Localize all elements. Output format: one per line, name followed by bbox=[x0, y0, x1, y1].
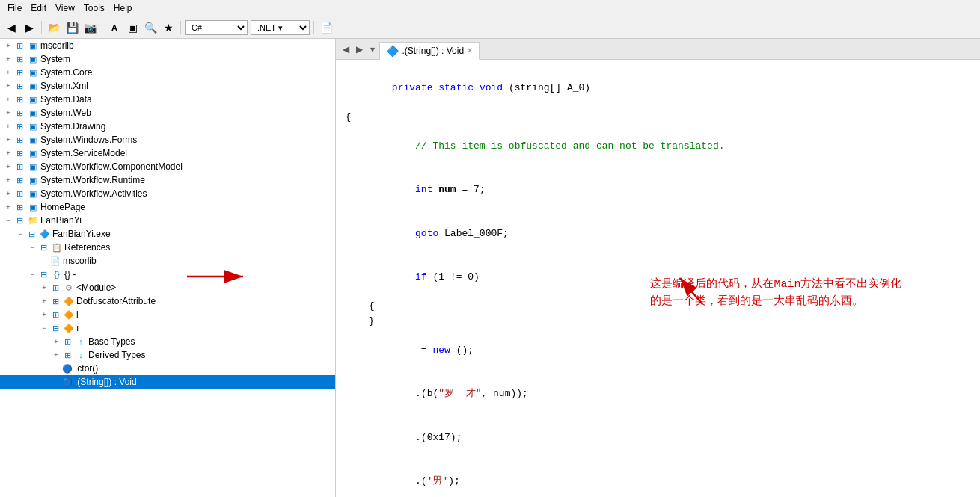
expand-exe[interactable]: − bbox=[15, 229, 25, 239]
grid-button[interactable]: ▣ bbox=[124, 19, 141, 36]
tab-back-button[interactable]: ◀ bbox=[339, 43, 352, 56]
icon-class-l: ⊞ bbox=[49, 309, 61, 321]
snapshot-button[interactable]: 📷 bbox=[82, 19, 98, 36]
info-button[interactable]: 📄 bbox=[318, 19, 334, 36]
expand-fanBianYi[interactable]: − bbox=[3, 215, 13, 226]
tree-item-module[interactable]: + ⊞ ⚙ <Module> bbox=[0, 281, 335, 294]
open-button[interactable]: 📂 bbox=[46, 19, 62, 36]
ref-icon: 📋 bbox=[51, 241, 63, 253]
expand-swr[interactable]: + bbox=[3, 175, 13, 185]
save-button[interactable]: 💾 bbox=[64, 19, 80, 36]
separator-2 bbox=[102, 21, 102, 34]
label-main-method: .(String[]) : Void bbox=[75, 377, 137, 387]
expand-ctor bbox=[51, 363, 61, 374]
tree-item-main-method[interactable]: 🔵 .(String[]) : Void bbox=[0, 375, 335, 389]
expand-ns[interactable]: − bbox=[27, 269, 37, 280]
expand-system-data[interactable]: + bbox=[3, 94, 13, 105]
expand-dotfuscator[interactable]: + bbox=[39, 296, 49, 306]
expand-system-drawing[interactable]: + bbox=[3, 121, 13, 132]
expand-class-l[interactable]: + bbox=[39, 309, 49, 320]
tree-item-system-web[interactable]: + ⊞ ▣ System.Web bbox=[0, 106, 335, 120]
tree-item-class-l[interactable]: + ⊞ 🔶 l bbox=[0, 308, 335, 321]
tree-item-derived-types[interactable]: + ⊞ ↓ Derived Types bbox=[0, 348, 335, 362]
expand-mscorlib[interactable]: + bbox=[3, 40, 13, 51]
tree-item-references[interactable]: − ⊟ 📋 References bbox=[0, 241, 335, 254]
tree-panel: + ⊞ ▣ mscorlib + ⊞ ▣ System + ⊞ ▣ System… bbox=[0, 39, 336, 497]
menu-view[interactable]: View bbox=[51, 1, 79, 15]
tree-item-exe[interactable]: − ⊟ 🔷 FanBianYi.exe bbox=[0, 227, 335, 241]
favorite-button[interactable]: ★ bbox=[160, 19, 177, 36]
expand-swa[interactable]: + bbox=[3, 188, 13, 199]
tree-item-system-workflow-runtime[interactable]: + ⊞ ▣ System.Workflow.Runtime bbox=[0, 173, 335, 187]
expand-system-winforms[interactable]: + bbox=[3, 135, 13, 145]
tree-item-dotfuscator[interactable]: + ⊞ 🔶 DotfuscatorAttribute bbox=[0, 294, 335, 308]
icon-homepage: ⊞ bbox=[13, 201, 25, 213]
tree-item-system-data[interactable]: + ⊞ ▣ System.Data bbox=[0, 93, 335, 106]
tree-item-mscorlib[interactable]: + ⊞ ▣ mscorlib bbox=[0, 39, 335, 52]
label-dotfuscator: DotfuscatorAttribute bbox=[76, 296, 156, 306]
expand-module[interactable]: + bbox=[39, 283, 49, 293]
expand-derived-types[interactable]: + bbox=[51, 350, 61, 360]
expand-system-web[interactable]: + bbox=[3, 108, 13, 118]
code-area[interactable]: private static void (string[] A_0) { // … bbox=[336, 60, 980, 497]
tree-item-class-i[interactable]: − ⊟ 🔶 ı bbox=[0, 321, 335, 335]
label-module: <Module> bbox=[76, 283, 116, 293]
expand-system[interactable]: + bbox=[3, 54, 13, 64]
tree-item-system[interactable]: + ⊞ ▣ System bbox=[0, 52, 335, 66]
icon-mscorlib: ⊞ bbox=[13, 40, 25, 52]
expand-system-core[interactable]: + bbox=[3, 67, 13, 78]
expand-references[interactable]: − bbox=[27, 242, 37, 253]
menu-file[interactable]: File bbox=[3, 1, 26, 15]
expand-swcm[interactable]: + bbox=[3, 161, 13, 172]
main-layout: + ⊞ ▣ mscorlib + ⊞ ▣ System + ⊞ ▣ System… bbox=[0, 39, 980, 497]
menu-help[interactable]: Help bbox=[109, 1, 137, 15]
tab-close-button[interactable]: ✕ bbox=[467, 46, 473, 55]
icon-base-types: ⊞ bbox=[61, 336, 73, 348]
tree-item-base-types[interactable]: + ⊞ ↑ Base Types bbox=[0, 335, 335, 348]
expand-main bbox=[51, 377, 61, 387]
tree-item-namespace[interactable]: − ⊟ {} {} - bbox=[0, 268, 335, 281]
label-system-drawing: System.Drawing bbox=[40, 121, 105, 132]
tree-item-ref-mscorlib[interactable]: 📄 mscorlib bbox=[0, 254, 335, 268]
tree-item-system-core[interactable]: + ⊞ ▣ System.Core bbox=[0, 66, 335, 79]
tree-item-system-workflow-componentmodel[interactable]: + ⊞ ▣ System.Workflow.ComponentModel bbox=[0, 160, 335, 173]
icon-system: ⊞ bbox=[13, 53, 25, 65]
lib-icon-system-web: ▣ bbox=[27, 107, 39, 119]
label-namespace: {} - bbox=[64, 269, 76, 280]
label-homepage: HomePage bbox=[40, 202, 85, 212]
menu-tools[interactable]: Tools bbox=[79, 1, 109, 15]
tree-item-ctor[interactable]: 🔵 .ctor() bbox=[0, 362, 335, 375]
tree-item-fanBianYi[interactable]: − ⊟ 📁 FanBianYi bbox=[0, 214, 335, 227]
icon-exe-expand: ⊟ bbox=[25, 228, 37, 240]
expand-base-types[interactable]: + bbox=[51, 336, 61, 347]
expand-homepage[interactable]: + bbox=[3, 202, 13, 212]
label-references: References bbox=[64, 242, 110, 253]
framework-dropdown[interactable]: .NET ▾ bbox=[251, 20, 310, 35]
tree-item-system-drawing[interactable]: + ⊞ ▣ System.Drawing bbox=[0, 120, 335, 133]
lib-icon-system-xml: ▣ bbox=[27, 80, 39, 92]
tree-item-system-xml[interactable]: + ⊞ ▣ System.Xml bbox=[0, 79, 335, 93]
class-icon-l: 🔶 bbox=[63, 309, 75, 321]
label-system: System bbox=[40, 54, 70, 64]
tree-item-homepage[interactable]: + ⊞ ▣ HomePage bbox=[0, 200, 335, 214]
code-panel: ◀ ▶ ▾ 🔷 .(String[]) : Void ✕ private sta… bbox=[336, 39, 980, 497]
tab-dropdown-button[interactable]: ▾ bbox=[366, 43, 379, 56]
tab-forward-button[interactable]: ▶ bbox=[352, 43, 366, 56]
expand-class-i[interactable]: − bbox=[39, 323, 49, 333]
label-class-l: l bbox=[76, 309, 79, 320]
tree-item-system-workflow-activities[interactable]: + ⊞ ▣ System.Workflow.Activities bbox=[0, 187, 335, 200]
search-button[interactable]: 🔍 bbox=[142, 19, 159, 36]
icon-derived-types: ⊞ bbox=[61, 349, 73, 361]
language-dropdown[interactable]: C# VB.NET bbox=[185, 20, 248, 35]
forward-button[interactable]: ▶ bbox=[21, 19, 37, 36]
tree-item-system-winforms[interactable]: + ⊞ ▣ System.Windows.Forms bbox=[0, 133, 335, 146]
tab-main-method[interactable]: 🔷 .(String[]) : Void ✕ bbox=[379, 42, 480, 60]
code-line-1: private static void (string[] A_0) bbox=[345, 66, 971, 110]
expand-system-xml[interactable]: + bbox=[3, 81, 13, 91]
label-system-data: System.Data bbox=[40, 94, 92, 105]
text-button[interactable]: A bbox=[106, 19, 123, 36]
tree-item-system-servicemodel[interactable]: + ⊞ ▣ System.ServiceModel bbox=[0, 146, 335, 160]
menu-edit[interactable]: Edit bbox=[26, 1, 51, 15]
back-button[interactable]: ◀ bbox=[3, 19, 19, 36]
expand-system-servicemodel[interactable]: + bbox=[3, 148, 13, 158]
